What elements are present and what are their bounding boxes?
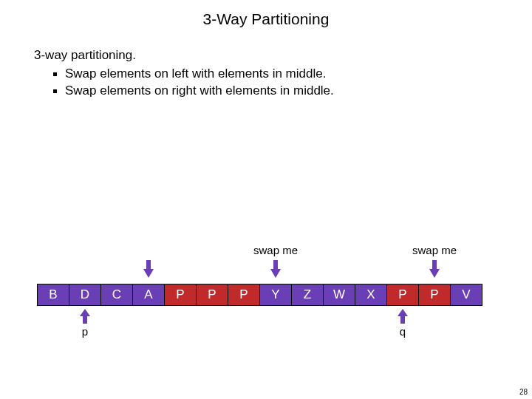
swap-label-left: swap me (253, 244, 298, 256)
arrow-down-icon (259, 260, 292, 280)
bottom-annotations: p q (37, 306, 495, 343)
page-number: 28 (519, 388, 528, 396)
array-cell: C (100, 284, 133, 306)
array-cell: X (355, 284, 387, 306)
array-cell: P (164, 284, 197, 306)
array-cell: P (386, 284, 419, 306)
partition-diagram: swap me swap me BDCAPPPYZWXPPV p q (37, 244, 495, 343)
bullet-item: Swap elements on left with elements in m… (53, 66, 498, 83)
array-cell: D (69, 284, 101, 306)
arrow-down-icon (132, 260, 165, 280)
array-cell: B (37, 284, 69, 306)
bullet-item: Swap elements on right with elements in … (53, 83, 498, 100)
top-annotations: swap me swap me (37, 244, 495, 284)
bullet-list: Swap elements on left with elements in m… (34, 66, 498, 100)
arrow-up-icon (69, 309, 101, 326)
array-cell: Y (259, 284, 292, 306)
slide: 3-Way Partitioning 3-way partitioning. S… (0, 0, 532, 399)
array-cell: P (418, 284, 451, 306)
array-cell: P (196, 284, 228, 306)
slide-body: 3-way partitioning. Swap elements on lef… (0, 28, 532, 100)
array-cell: V (450, 284, 482, 306)
arrow-up-icon (386, 309, 419, 326)
array-cell: P (228, 284, 260, 306)
pointer-q-label: q (386, 325, 419, 338)
array-cell: Z (291, 284, 324, 306)
array-cell: W (323, 284, 355, 306)
section-heading: 3-way partitioning. (34, 47, 498, 64)
arrow-down-icon (418, 260, 451, 280)
slide-title: 3-Way Partitioning (0, 0, 532, 28)
swap-label-right: swap me (412, 244, 457, 256)
pointer-p-label: p (69, 325, 101, 338)
array-cell: A (132, 284, 165, 306)
array-row: BDCAPPPYZWXPPV (37, 284, 495, 306)
